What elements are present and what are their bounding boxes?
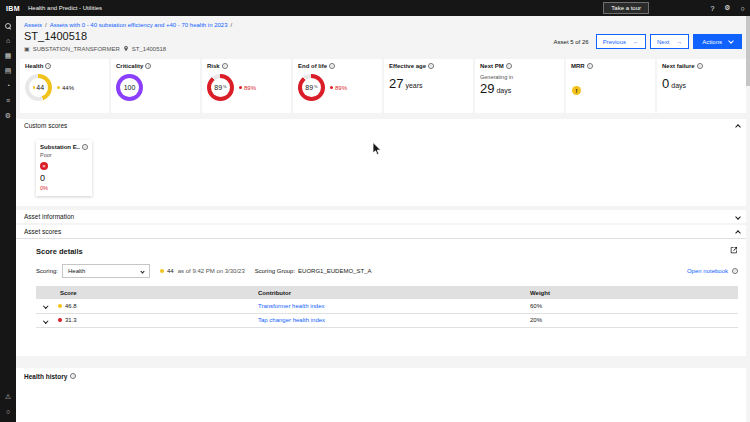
score-severity-dot — [58, 318, 62, 322]
settings-icon[interactable]: ⚙ — [720, 0, 735, 16]
history-icon[interactable]: ◔ — [3, 82, 13, 90]
open-notebook-link[interactable]: Open notebook — [687, 268, 728, 274]
score-column-header: Score — [58, 286, 258, 299]
asset-information-label: Asset information — [24, 213, 74, 220]
info-icon[interactable]: i — [45, 63, 51, 69]
score-details-panel: Score details Scoring: Health 44 as of 9… — [16, 238, 750, 356]
asset-location-label: ST_1400518 — [132, 46, 166, 52]
custom-scores-content: Substation E... i Poor × 0 0% — [16, 132, 750, 206]
scoring-group-value: EUORG1_EUDEMO_ST_A — [298, 268, 371, 274]
chevron-up-icon — [735, 230, 741, 236]
health-card-title: Health — [25, 63, 43, 69]
effective-age-value: 27years — [389, 76, 469, 91]
asset-information-accordion[interactable]: Asset information — [16, 210, 750, 223]
table-header-row: Score Contributor Weight — [36, 286, 738, 299]
effective-age-card-title: Effective age — [389, 63, 426, 69]
criticality-card: Criticalityi 100 — [111, 59, 200, 113]
help-icon[interactable]: ? — [705, 0, 720, 16]
score-value: 46.8 — [65, 303, 77, 309]
next-pm-value: 29days — [480, 81, 560, 96]
asset-type-icon: ▣ — [24, 45, 30, 52]
info-icon[interactable]: i — [428, 63, 434, 69]
assets-icon[interactable]: ▦ — [3, 52, 13, 60]
chevron-up-icon — [735, 124, 741, 130]
score-cards-row: Healthi 44 44% Criticalityi 100 Riski 89… — [20, 59, 746, 113]
warning-icon: ! — [572, 86, 581, 95]
left-nav-sidebar: ⌂ ▦ ▤ ◔ ≡ ⚙ ⚠ ○ — [0, 16, 16, 422]
sidebar-bottom-group: ⚠ ○ — [3, 393, 13, 416]
custom-score-value: 0 — [40, 173, 88, 183]
asset-scores-accordion[interactable]: Asset scores — [16, 225, 750, 238]
arrow-left-icon: ← — [633, 39, 639, 45]
alerts-icon[interactable]: ⚠ — [3, 393, 13, 401]
info-icon[interactable]: i — [145, 63, 151, 69]
table-row: 46.8 Transformer health index 60% — [36, 299, 738, 313]
custom-score-percent: 0% — [40, 185, 88, 191]
profile-icon[interactable]: ○ — [3, 408, 13, 416]
current-score-value: 44 — [167, 268, 174, 274]
info-icon[interactable]: i — [82, 144, 88, 150]
end-of-life-trend: 89% — [330, 85, 347, 91]
location-pin-icon — [123, 45, 129, 52]
contributor-column-header: Contributor — [258, 286, 530, 299]
info-icon[interactable]: i — [587, 63, 593, 69]
next-asset-button[interactable]: Next → — [650, 34, 689, 49]
ibm-logo: IBM — [6, 5, 20, 12]
info-icon[interactable]: i — [70, 373, 76, 379]
weight-value: 60% — [530, 299, 738, 313]
next-failure-value: 0days — [662, 76, 742, 91]
next-pm-sublabel: Generating in — [480, 74, 560, 80]
row-expand-chevron-icon[interactable] — [43, 318, 48, 323]
scoring-controls-row: Scoring: Health 44 as of 9:42 PM on 3/30… — [36, 264, 738, 278]
score-details-title: Score details — [36, 247, 738, 256]
error-x-icon: × — [40, 162, 48, 170]
score-severity-dot — [58, 304, 62, 308]
breadcrumb-separator: / — [45, 22, 47, 28]
breadcrumb-link-filter[interactable]: Assets with 0 - 40 substation efficiency… — [50, 22, 228, 28]
info-icon[interactable]: i — [506, 63, 512, 69]
criticality-gauge: 100 — [116, 74, 143, 101]
contributors-table: Score Contributor Weight 46.8 Transforme… — [36, 286, 738, 328]
health-history-section[interactable]: Health history i — [16, 368, 750, 422]
expand-icon[interactable] — [730, 246, 738, 254]
scoring-dropdown-value: Health — [68, 268, 85, 274]
weight-value: 20% — [530, 313, 738, 327]
breadcrumb-separator: / — [231, 22, 233, 28]
vertical-scrollbar[interactable] — [746, 16, 750, 422]
previous-asset-button[interactable]: Previous ← — [596, 34, 646, 49]
end-of-life-gauge: 89% — [298, 74, 325, 101]
custom-scores-accordion[interactable]: Custom scores — [16, 119, 750, 132]
info-icon[interactable]: i — [697, 63, 703, 69]
substation-efficiency-card[interactable]: Substation E... i Poor × 0 0% — [36, 140, 92, 196]
user-avatar-icon[interactable]: ○ — [735, 0, 750, 16]
scoring-group-label: Scoring Group: — [255, 268, 295, 274]
contributor-link[interactable]: Tap changer health index — [258, 317, 325, 323]
top-bar: IBM Health and Predict - Utilities Take … — [0, 0, 750, 16]
row-expand-chevron-icon[interactable] — [43, 304, 48, 309]
info-icon[interactable]: i — [732, 268, 738, 274]
score-timestamp: as of 9:42 PM on 3/30/23 — [178, 268, 245, 274]
search-icon[interactable] — [3, 22, 13, 30]
work-queue-icon[interactable]: ≡ — [3, 97, 13, 105]
monitor-icon[interactable]: ▤ — [3, 67, 13, 75]
take-a-tour-button[interactable]: Take a tour — [603, 2, 649, 14]
risk-gauge: 89% — [207, 74, 234, 101]
health-trend: 44% — [57, 85, 74, 91]
info-icon[interactable]: i — [329, 63, 335, 69]
breadcrumb-link-assets[interactable]: Assets — [24, 22, 42, 28]
custom-score-title: Substation E... — [40, 144, 80, 150]
risk-card: Riski 89% 89% — [202, 59, 291, 113]
risk-card-title: Risk — [207, 63, 220, 69]
actions-button[interactable]: Actions — [693, 34, 742, 49]
end-of-life-card-title: End of life — [298, 63, 327, 69]
next-pm-card-title: Next PM — [480, 63, 504, 69]
scrollbar-thumb[interactable] — [746, 16, 750, 86]
contributor-link[interactable]: Transformer health index — [258, 303, 324, 309]
weight-column-header: Weight — [530, 286, 738, 299]
scoring-dropdown[interactable]: Health — [62, 264, 150, 278]
chevron-down-icon — [735, 214, 741, 220]
settings-gear-icon[interactable]: ⚙ — [3, 112, 13, 120]
mrr-card-title: MRR — [571, 63, 585, 69]
home-icon[interactable]: ⌂ — [3, 37, 13, 45]
info-icon[interactable]: i — [222, 63, 228, 69]
